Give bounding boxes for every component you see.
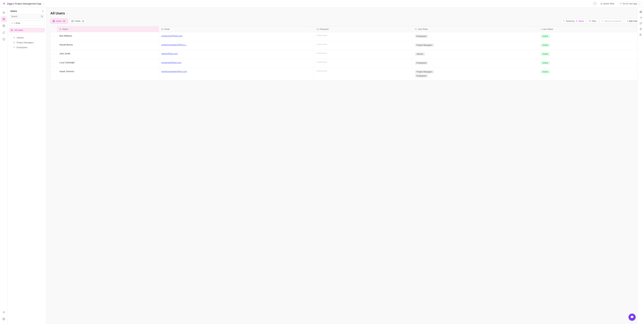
help-icon[interactable]: ? — [593, 2, 596, 5]
search-input[interactable] — [10, 14, 44, 19]
add-role-button[interactable]: + + Role — [10, 20, 44, 26]
col-user-status-more-icon[interactable]: ··· — [636, 28, 637, 30]
sidebar-item-employees[interactable]: Employees — [9, 45, 45, 50]
row-options-3[interactable]: ··· — [50, 50, 57, 59]
svg-rect-12 — [54, 20, 54, 21]
col-user-roles-header[interactable]: User Roles ··· — [412, 26, 538, 32]
branch-icon[interactable] — [638, 21, 643, 26]
sort-button[interactable]: Sorted by Name — [561, 19, 586, 23]
row-options-4[interactable]: ··· — [50, 59, 57, 68]
users-tab-icon — [52, 20, 55, 22]
col-user-status-header[interactable]: ● User Status ··· — [538, 26, 640, 32]
col-password-more-icon[interactable]: ··· — [408, 28, 410, 30]
status-badge-2: Active — [540, 43, 550, 47]
email-link-4[interactable]: employee@test.com — [161, 61, 181, 64]
svg-point-24 — [640, 12, 641, 12]
app-chevron-icon[interactable]: ⌄ — [43, 2, 44, 5]
col-name-header[interactable]: Name ↓ ··· — [57, 26, 159, 32]
svg-rect-15 — [72, 20, 74, 22]
target-icon[interactable] — [638, 9, 643, 14]
sidebar-search: 🔍 — [10, 14, 44, 19]
all-users-more-icon[interactable]: ··· — [42, 29, 43, 31]
svg-point-33 — [640, 24, 640, 24]
plus-icon: + — [12, 22, 13, 24]
row-email-2[interactable]: projectmanager2@test.c... — [159, 41, 314, 50]
row-status-2: Active — [538, 41, 640, 50]
row-password-3: ********* — [314, 50, 412, 59]
role-badge-pm-5: Project Managers — [415, 70, 434, 73]
status-badge-3: Active — [540, 52, 550, 56]
sidebar-item-pages[interactable] — [1, 23, 7, 29]
sidebar-item-layout[interactable] — [1, 36, 7, 42]
fields-tab[interactable]: Fields 5 — [69, 19, 87, 23]
sidebar-item-brush[interactable] — [1, 29, 7, 35]
topbar: ✳ Ziggy's Project Management App ⌄ ? ◎ Q… — [0, 0, 644, 7]
brush-icon — [2, 31, 5, 34]
role-badge-pm-2: Project Managers — [415, 43, 434, 47]
sidebar-nav: All Users ··· — [8, 28, 46, 32]
chat-bubble[interactable] — [628, 314, 636, 321]
page-more-icon[interactable]: ··· — [66, 12, 68, 15]
row-email-5[interactable]: projectmanager@test.com — [159, 68, 314, 81]
sidebar-item-menu[interactable] — [1, 309, 7, 315]
sidebar-item-admins[interactable]: Admins — [9, 35, 45, 40]
sort-label: Sorted by — [566, 20, 574, 22]
table-header-row: Name ↓ ··· Email ··· — [50, 26, 640, 32]
col-name-more-icon[interactable]: ··· — [155, 28, 156, 30]
svg-marker-17 — [589, 20, 591, 22]
col-user-roles-more-icon[interactable]: ··· — [534, 28, 536, 30]
role-badge-admin-3: Admins — [415, 52, 425, 56]
keyword-search[interactable]: Search by keyword — [600, 19, 623, 23]
filter-button[interactable]: Filter — [587, 19, 598, 23]
right-list-icon[interactable] — [638, 15, 643, 20]
email-link-3[interactable]: admin@test.com — [161, 52, 178, 55]
svg-rect-14 — [54, 21, 54, 22]
page-header: All Users ··· — [50, 11, 640, 15]
sidebar-item-all-users[interactable]: All Users ··· — [9, 28, 45, 32]
col-email-header[interactable]: Email ··· — [159, 26, 314, 32]
scissors-icon[interactable] — [638, 32, 643, 37]
row-email-4[interactable]: employee@test.com — [159, 59, 314, 68]
users-tab[interactable]: Users 5 — [50, 19, 68, 23]
col-password-header[interactable]: Password ··· — [314, 26, 412, 32]
project-managers-icon — [13, 41, 15, 44]
password-dots-1: ********* — [317, 34, 327, 37]
row-password-1: ********* — [314, 32, 412, 41]
row-options-1[interactable]: ··· — [50, 32, 57, 41]
email-link-5[interactable]: projectmanager@test.com — [161, 70, 187, 73]
row-options-5[interactable]: ··· — [50, 68, 57, 81]
col-email-label: Email — [164, 28, 170, 30]
row-password-5: ********* — [314, 68, 412, 81]
svg-point-6 — [4, 319, 4, 319]
row-name-1: Bob Williams — [57, 32, 159, 41]
users-table-container: Name ↓ ··· Email ··· — [50, 26, 640, 81]
svg-line-39 — [640, 34, 641, 35]
users-sidebar: Users × 🔍 + + Role All Users ··· Admins — [8, 7, 46, 324]
page-title: All Users — [50, 11, 65, 15]
keyword-search-icon — [601, 20, 603, 22]
email-link-2[interactable]: projectmanager2@test.c... — [161, 43, 187, 46]
row-email-3[interactable]: admin@test.com — [159, 50, 314, 59]
sidebar-item-settings[interactable] — [1, 316, 7, 322]
svg-point-23 — [640, 11, 642, 12]
users-tab-label: Users — [56, 20, 62, 22]
row-email-1[interactable]: employee2@test.com — [159, 32, 314, 41]
lightning-icon[interactable] — [638, 26, 643, 31]
svg-point-21 — [415, 28, 416, 29]
sidebar-item-grid[interactable]: ⊞ — [1, 9, 7, 15]
quick-view-button[interactable]: ◎ Quick View — [599, 2, 616, 5]
live-app-button[interactable]: ↗ Go to Live App ⌄ — [618, 1, 641, 6]
topbar-right: ? ◎ Quick View ↗ Go to Live App ⌄ — [593, 1, 641, 6]
row-options-2[interactable]: ··· — [50, 41, 57, 50]
sidebar-item-project-managers[interactable]: Project Managers — [9, 40, 45, 45]
email-link-1[interactable]: employee2@test.com — [161, 34, 182, 37]
close-icon[interactable]: × — [42, 10, 44, 12]
table-row: ··· Sarah Johnson projectmanager@test.co… — [50, 68, 640, 81]
main-content: All Users ··· Users 5 Fields 5 — [46, 7, 644, 324]
row-name-4: Lucy Cartwright — [57, 59, 159, 68]
sidebar-item-users[interactable] — [1, 16, 7, 22]
col-options-header — [50, 26, 57, 32]
col-email-more-icon[interactable]: ··· — [310, 28, 312, 30]
live-app-chevron-icon[interactable]: ⌄ — [638, 2, 640, 5]
pages-icon — [2, 24, 5, 27]
